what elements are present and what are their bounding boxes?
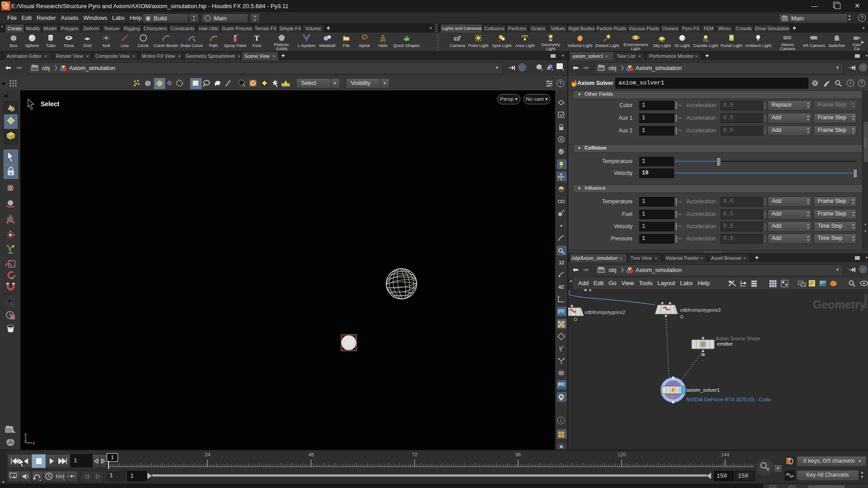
svg-text:a: a xyxy=(9,171,12,175)
svg-text:y: y xyxy=(24,432,27,437)
svg-text:Axiom Source Shape: Axiom Source Shape xyxy=(716,336,760,341)
svg-text:emitter: emitter xyxy=(717,341,733,347)
svg-text:120: 120 xyxy=(618,452,626,457)
svg-text:T: T xyxy=(254,34,259,42)
svg-text:axiom_solver1: axiom_solver1 xyxy=(686,387,720,393)
svg-text:24: 24 xyxy=(205,452,210,457)
svg-text:96: 96 xyxy=(515,452,521,457)
svg-text:vdbfrompolygons3: vdbfrompolygons3 xyxy=(680,307,721,313)
svg-text:48: 48 xyxy=(308,452,314,457)
svg-text:vdbfrompolygons2: vdbfrompolygons2 xyxy=(585,310,625,315)
svg-text:12: 12 xyxy=(559,260,564,265)
svg-text:NVIDIA GeForce RTX 3070 (0) -: NVIDIA GeForce RTX 3070 (0) - Cuda xyxy=(686,397,771,402)
svg-text:144: 144 xyxy=(721,452,729,457)
svg-text:x: x xyxy=(33,440,35,446)
svg-text:72: 72 xyxy=(412,452,417,457)
svg-text:42: 42 xyxy=(558,284,564,290)
